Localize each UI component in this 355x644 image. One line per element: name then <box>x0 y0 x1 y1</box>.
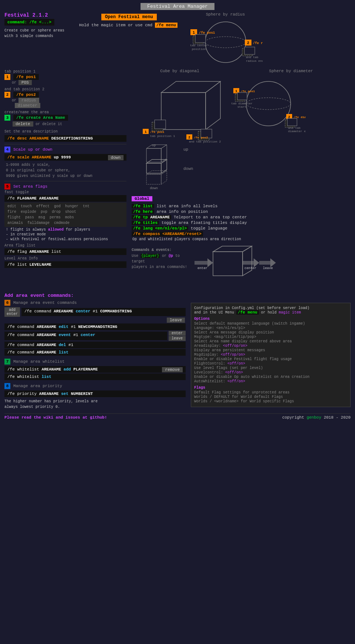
festival-version: Festival 2.1.2 <box>4 12 64 18</box>
step4-badge: 4 <box>4 147 10 152</box>
area-flag-list-label: Area flag list <box>4 244 126 248</box>
titles-text: toggle area floating titles display <box>162 221 247 225</box>
svg-marker-17 <box>161 81 220 93</box>
svg-rect-13 <box>244 47 255 54</box>
svg-text:1: 1 <box>192 31 195 35</box>
step6-cmd1-row: addenter /fe command AREANAME center #1 … <box>4 307 186 317</box>
svg-point-31 <box>246 81 291 126</box>
opt5: Select Area name display centered above … <box>194 339 347 343</box>
svg-rect-37 <box>237 93 247 100</box>
header-row: Festival 2.1.2 command: /fe <...> Create… <box>4 12 351 67</box>
step4-section: 4 Scale up or down /fe scale AREANAME up… <box>4 147 126 179</box>
svg-text:start: start <box>237 105 246 108</box>
diameter-btn: diameter <box>15 103 40 108</box>
compass-cmd: /fe compass <AREANAME/reset> <box>132 231 203 237</box>
svg-point-32 <box>246 98 291 110</box>
opt11: Use level flags (set per level) <box>194 366 347 370</box>
opt6: Areadisplay: <off/op/on> <box>194 344 347 348</box>
copyright-years: 2018 - 2020 <box>324 415 351 420</box>
cmd-events-row: Commands & events: Use {player} or @p to… <box>132 244 351 290</box>
lang-text: toggle language <box>191 226 227 231</box>
svg-marker-64 <box>243 261 254 265</box>
step6-cmd1: /fe command AREANAME center #1 COMMANDST… <box>21 308 186 316</box>
step6-cmd4: /fe command AREANAME del #1 <box>4 342 186 348</box>
svg-text:2: 2 <box>188 136 190 140</box>
add-enter-btn[interactable]: addenter <box>4 307 20 317</box>
global-titles: /fe titles toggle area floating titles d… <box>132 221 351 225</box>
tp-text: Teleport to an area top center <box>174 215 247 219</box>
enter-option[interactable]: enter <box>169 331 186 336</box>
step6-cmd2: /fe command AREANAME edit #1 NEWCOMMANDS… <box>4 323 186 330</box>
leave-btn[interactable]: leave <box>167 318 185 323</box>
add-area-events-section: Add area event commands: 6 Manage area e… <box>4 293 351 410</box>
leave-option[interactable]: leave <box>169 336 186 341</box>
svg-point-0 <box>205 22 246 63</box>
step4-label: Scale up or down <box>13 147 53 152</box>
remove-btn[interactable]: remove <box>162 367 183 372</box>
config-section: Configuration in Config.yml (set before … <box>191 300 351 410</box>
desc-label: Set the area description <box>4 130 126 134</box>
center-header: Open Festival menu Hold the magic item o… <box>79 12 177 28</box>
step8-label-row: 8 Manage area priority <box>4 383 186 389</box>
desc-section: Set the area description /fe desc AREANA… <box>4 130 126 142</box>
right-header: Sphere by radius 1 /fe pos1 tab center p… <box>189 12 263 67</box>
step6-cmd3: /fe command AREANAME event #1 center <box>4 332 167 340</box>
svg-text:center: center <box>244 266 256 270</box>
opt3: Select Area message display position <box>194 331 347 335</box>
svg-text:enter: enter <box>197 266 207 270</box>
events-layout: 6 Manage area event commands addenter /f… <box>4 300 351 410</box>
flight-note2: - in creative mode <box>6 232 126 237</box>
down-btn[interactable]: down <box>108 155 124 160</box>
left-header: Festival 2.1.2 command: /fe <...> Create… <box>4 12 64 39</box>
footer-copyright: copyright genboy 2018 - 2020 <box>282 415 351 420</box>
global-compass: /fe compass <AREANAME/reset> <box>132 232 351 236</box>
cube-diagonal-label: Cube by diagonal <box>132 69 228 73</box>
opt4: Msgtype: <msg/title/tip/pop> <box>194 335 347 339</box>
delete-btn: delete <box>13 121 33 127</box>
open-festival-button[interactable]: Open Festival menu <box>101 14 157 20</box>
step1-section: tab position 1 1 /fe pos1 or POS <box>4 70 126 85</box>
svg-marker-16 <box>161 93 206 130</box>
area-flag-list: Area flag list /fe flag AREANAME list <box>4 244 126 255</box>
svg-text:/fe pos1: /fe pos1 <box>150 130 165 134</box>
step2-diameter: diameter <box>15 103 126 108</box>
desc-cmd: /fe desc AREANAME DESCRIPTIONSTRING <box>4 135 126 142</box>
step6-badge: 6 <box>4 300 10 306</box>
sphere-radius-top-label: Sphere by radius <box>189 12 263 17</box>
global-list: /fe list list area info all levels <box>132 204 351 208</box>
flag-cmd: /fe FLAGNAME AREANAME <box>4 195 126 202</box>
opt1: Select default management language (swit… <box>194 322 347 326</box>
leave-btn-row: leave <box>4 318 186 323</box>
sphere-radius-diagram: 1 /fe pos1 tab center position 2 /fe rad… <box>189 18 263 66</box>
svg-marker-68 <box>270 258 276 267</box>
svg-rect-44 <box>287 118 297 126</box>
left-column: tab position 1 1 /fe pos1 or POS and tab… <box>4 69 126 290</box>
svg-marker-18 <box>206 81 220 130</box>
step6-section: 6 Manage area event commands addenter /f… <box>4 300 186 410</box>
compass-text: Op and whitelisted players compass area … <box>132 237 351 241</box>
player-span: {player} <box>141 254 160 258</box>
step1-cmd-row: 1 /fe pos1 <box>4 74 126 80</box>
svg-text:radius end: radius end <box>246 59 263 63</box>
svg-marker-54 <box>146 174 161 184</box>
command-label: command: /fe <...> <box>4 19 54 26</box>
svg-text:/fe pos2: /fe pos2 <box>194 136 208 139</box>
svg-marker-55 <box>146 171 167 174</box>
step8-cmd: /fe priority AREANAME set NUMBERINT <box>4 390 186 397</box>
list-cmd: /fe list <box>132 204 154 208</box>
opt14: AutoWhitelist: <off/on> <box>194 379 347 383</box>
down-label: down <box>183 167 351 171</box>
step2-cmd-row: 2 /fe pos2 <box>4 92 126 98</box>
step8-section: 8 Manage area priority /fe priority AREA… <box>4 383 186 410</box>
step1-tab-label: tab position 1 <box>4 70 126 74</box>
step4-notes: 1–9998 adds y scale, 0 is original cube … <box>6 162 126 179</box>
step1-or: or POS <box>12 80 126 85</box>
svg-text:tab center: tab center <box>190 44 207 47</box>
flight-note1: ! flight is always allowed for players <box>6 228 126 232</box>
svg-point-1 <box>205 37 246 48</box>
step2-or: or radius <box>12 98 126 103</box>
step7-label-row: 7 Manage area whitelist <box>4 359 186 365</box>
flag2: Worlds / DEFAULT for World default Flags <box>194 395 347 399</box>
svg-text:and tab: and tab <box>288 126 301 130</box>
radius-btn: radius <box>18 98 39 103</box>
